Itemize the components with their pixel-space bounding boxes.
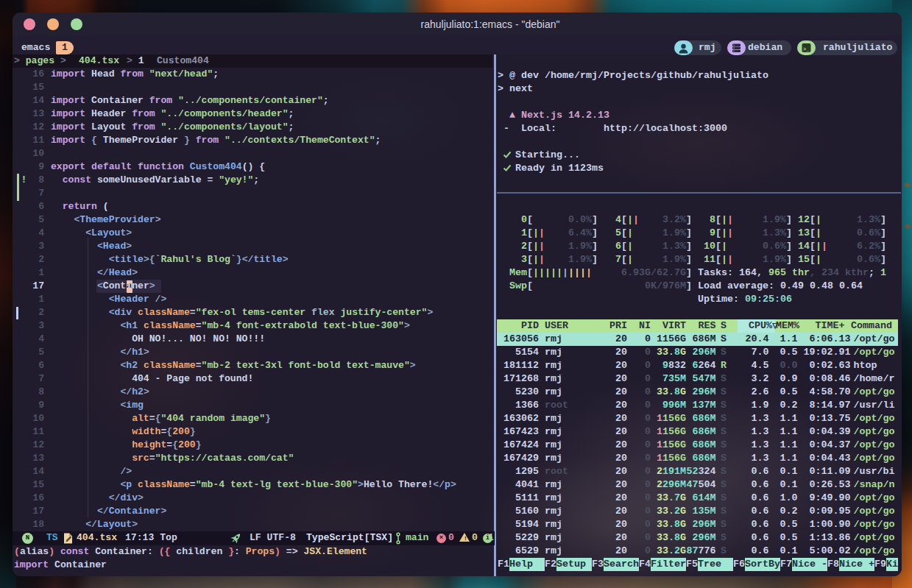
svg-text:>_: >_ bbox=[803, 46, 810, 52]
